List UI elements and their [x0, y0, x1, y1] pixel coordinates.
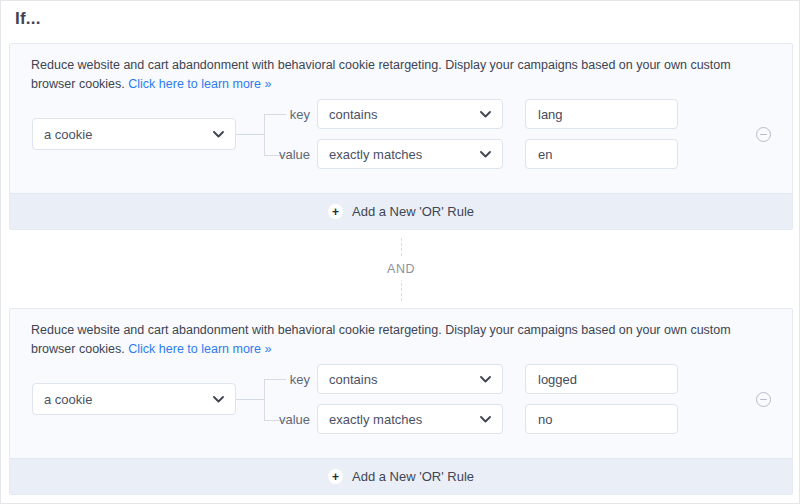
- value-operator-value: exactly matches: [329, 147, 422, 162]
- add-or-rule-button[interactable]: + Add a New 'OR' Rule: [10, 458, 792, 494]
- chevron-down-icon: [480, 111, 491, 118]
- page-title: If...: [15, 9, 41, 29]
- key-operator-value: contains: [329, 372, 377, 387]
- key-operator-select[interactable]: contains: [317, 99, 503, 129]
- value-value-input[interactable]: [525, 139, 678, 169]
- condition-subject-select[interactable]: a cookie: [32, 118, 236, 150]
- learn-more-link[interactable]: Click here to learn more »: [128, 77, 271, 91]
- condition-subject-select[interactable]: a cookie: [32, 383, 236, 415]
- add-or-rule-button[interactable]: + Add a New 'OR' Rule: [10, 193, 792, 229]
- connector-line: [236, 399, 264, 400]
- rule-description: Reduce website and cart abandonment with…: [31, 56, 771, 95]
- chevron-down-icon: [480, 151, 491, 158]
- condition-subject-value: a cookie: [44, 392, 92, 407]
- chevron-down-icon: [213, 131, 224, 138]
- key-operator-select[interactable]: contains: [317, 364, 503, 394]
- rule-block-2: Reduce website and cart abandonment with…: [9, 308, 793, 495]
- key-row-label: key: [250, 99, 310, 129]
- value-operator-select[interactable]: exactly matches: [317, 404, 503, 434]
- key-row-label: key: [250, 364, 310, 394]
- plus-icon: +: [328, 469, 343, 484]
- learn-more-link[interactable]: Click here to learn more »: [128, 342, 271, 356]
- and-label: AND: [381, 258, 421, 280]
- key-value-input[interactable]: [525, 364, 678, 394]
- display-rules-panel: If... Reduce website and cart abandonmen…: [0, 0, 800, 504]
- and-connector: AND: [1, 230, 800, 308]
- value-operator-select[interactable]: exactly matches: [317, 139, 503, 169]
- chevron-down-icon: [480, 376, 491, 383]
- add-or-rule-label: Add a New 'OR' Rule: [352, 469, 474, 484]
- add-or-rule-label: Add a New 'OR' Rule: [352, 204, 474, 219]
- key-value-input[interactable]: [525, 99, 678, 129]
- connector-line: [236, 134, 264, 135]
- condition-subject-value: a cookie: [44, 127, 92, 142]
- key-operator-value: contains: [329, 107, 377, 122]
- value-value-input[interactable]: [525, 404, 678, 434]
- remove-rule-button[interactable]: [756, 127, 771, 142]
- value-row-label: value: [250, 404, 310, 434]
- rule-block-1: Reduce website and cart abandonment with…: [9, 43, 793, 230]
- chevron-down-icon: [480, 416, 491, 423]
- chevron-down-icon: [213, 396, 224, 403]
- remove-rule-button[interactable]: [756, 392, 771, 407]
- value-operator-value: exactly matches: [329, 412, 422, 427]
- plus-icon: +: [328, 204, 343, 219]
- value-row-label: value: [250, 139, 310, 169]
- rule-description: Reduce website and cart abandonment with…: [31, 321, 771, 360]
